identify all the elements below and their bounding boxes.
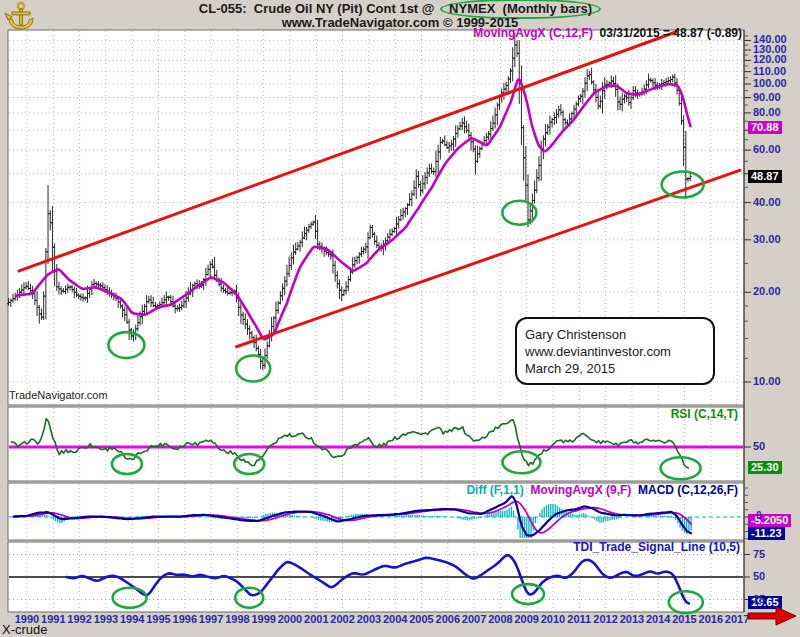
ma-legend-label: MovingAvgX (C,12,F) [473, 26, 593, 40]
macd-diff-label: Diff (F,1,1) [466, 483, 523, 497]
note-line: Gary Christenson [525, 326, 707, 343]
symbol-label: X-crude [2, 622, 48, 637]
macd-signal-value-badge: -5.2050 [748, 514, 791, 527]
price-last-value-badge: 48.87 [748, 170, 782, 183]
tdi-panel-label: TDI_Trade_Signal_Line (10,5) [573, 540, 740, 554]
rsi-last-value-badge: 25.30 [748, 461, 782, 474]
red-arrow-annotation-icon [746, 604, 800, 628]
macd-last-value-badge: -11.23 [748, 527, 785, 540]
watermark-text: TradeNavigator.com [9, 389, 108, 401]
macd-panel-labels: Diff (F,1,1) MovingAvgX (9,F) MACD (C,12… [466, 483, 738, 497]
ma-legend: MovingAvgX (C,12,F) 03/31/2015 = 48.87 (… [473, 26, 742, 40]
price-ma-value-badge: 70.88 [748, 121, 782, 134]
macd-signal-label: MovingAvgX (9,F) [524, 483, 632, 497]
rsi-panel-label: RSI (C,14,T) [671, 407, 738, 421]
ma-legend-value: 03/31/2015 = 48.87 (-0.89) [593, 26, 742, 40]
note-line: March 29, 2015 [525, 360, 707, 377]
trade-navigator-window: CL-055: Crude Oil NY (Pit) Cont 1st @ NY… [0, 0, 800, 637]
macd-main-label: MACD (C,12,26,F) [631, 483, 738, 497]
annotation-note-box: Gary Christenson www.deviantinvestor.com… [515, 317, 715, 385]
note-line: www.deviantinvestor.com [525, 343, 707, 360]
